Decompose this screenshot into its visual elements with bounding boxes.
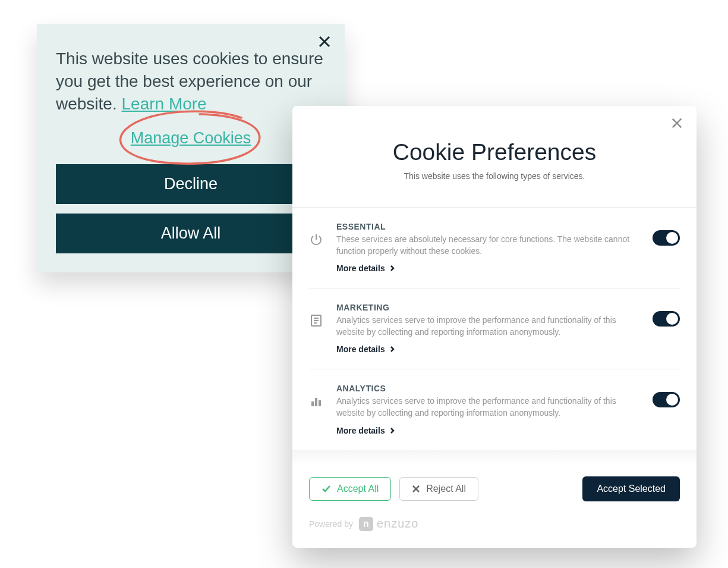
brand-name: enzuzo [377, 517, 419, 531]
toggle-marketing[interactable] [653, 311, 680, 327]
banner-message: This website uses cookies to ensure you … [56, 48, 326, 115]
accept-all-button[interactable]: Accept All [309, 477, 391, 501]
modal-subtitle: This website uses the following types of… [310, 171, 679, 181]
allow-all-button[interactable]: Allow All [56, 214, 326, 253]
check-icon [322, 485, 331, 493]
modal-close-button[interactable] [670, 117, 683, 131]
chevron-right-icon [390, 346, 395, 353]
toggle-analytics[interactable] [653, 392, 680, 407]
toggle-essential[interactable] [653, 230, 680, 246]
category-title: ANALYTICS [336, 384, 641, 393]
list-shadow [292, 450, 697, 465]
brand-logo[interactable]: n enzuzo [359, 517, 419, 531]
learn-more-link[interactable]: Learn More [122, 95, 207, 113]
bar-chart-icon [309, 394, 324, 411]
category-description: Analytics services serve to improve the … [336, 396, 641, 419]
more-details-button[interactable]: More details [336, 426, 395, 435]
svg-rect-10 [319, 400, 321, 406]
category-essential: ESSENTIAL These services are absolutely … [309, 208, 680, 288]
category-description: Analytics services serve to improve the … [336, 315, 641, 338]
category-marketing: MARKETING Analytics services serve to im… [309, 288, 680, 369]
brand-logo-icon: n [359, 517, 373, 531]
decline-button[interactable]: Decline [56, 164, 326, 204]
category-title: MARKETING [336, 303, 641, 312]
power-icon [309, 233, 324, 249]
category-title: ESSENTIAL [336, 222, 641, 231]
svg-rect-9 [315, 398, 317, 406]
close-icon [670, 117, 683, 130]
reject-all-button[interactable]: Reject All [399, 477, 478, 501]
modal-footer: Accept All Reject All Accept Selected [292, 465, 697, 513]
category-analytics: ANALYTICS Analytics services serve to im… [309, 369, 680, 450]
document-icon [309, 313, 324, 330]
category-list: ESSENTIAL These services are absolutely … [292, 207, 697, 450]
close-icon [412, 485, 420, 493]
more-details-button[interactable]: More details [336, 263, 395, 273]
manage-cookies-link[interactable]: Manage Cookies [131, 129, 251, 148]
banner-close-button[interactable] [317, 34, 332, 51]
close-icon [317, 34, 332, 49]
cookie-preferences-modal: Cookie Preferences This website uses the… [292, 106, 697, 548]
svg-rect-8 [311, 401, 314, 406]
powered-by: Powered by n enzuzo [292, 513, 697, 548]
accept-selected-button[interactable]: Accept Selected [582, 476, 680, 501]
more-details-button[interactable]: More details [336, 344, 395, 354]
chevron-right-icon [390, 427, 395, 434]
modal-title: Cookie Preferences [310, 139, 679, 165]
chevron-right-icon [390, 265, 395, 272]
category-description: These services are absolutely necessary … [336, 234, 641, 257]
